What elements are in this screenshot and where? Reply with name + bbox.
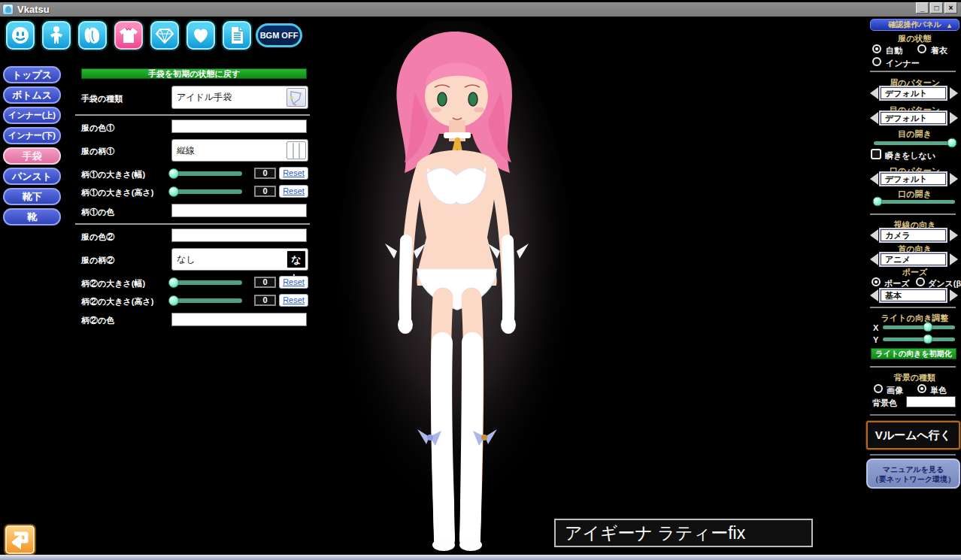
no-blink-label: 瞬きをしない [885,150,935,162]
slider-knob[interactable] [947,138,956,148]
cloth-state-label: 服の状態 [870,33,959,44]
divider [75,223,310,225]
eye-pattern-selector[interactable]: デフォルト [881,112,946,124]
pattern2-height-slider[interactable] [171,295,242,305]
clothes-icon [118,25,139,46]
radio-bg-solid[interactable] [917,384,926,393]
pose-next-arrow-icon[interactable] [950,289,958,301]
slider-knob[interactable] [168,295,179,306]
no-blink-checkbox[interactable] [871,149,881,159]
gaze-prev-arrow-icon[interactable] [870,229,878,241]
back-button[interactable] [4,524,36,555]
slider-knob[interactable] [873,197,883,207]
go-to-vroom-button[interactable]: Vルームへ行く [866,421,960,450]
tab-face[interactable] [6,21,35,50]
cloth-pattern1-dropdown[interactable]: 縦線 [171,139,308,162]
brow-prev-arrow-icon[interactable] [870,87,878,99]
slider-knob[interactable] [168,277,179,288]
mouth-open-slider[interactable] [874,197,955,206]
eye-open-slider[interactable] [874,138,955,147]
background-type-label: 背景の種類 [870,372,959,383]
radio-cloth-auto[interactable] [872,44,881,53]
pose-label: ポーズ [870,267,959,278]
neck-prev-arrow-icon[interactable] [870,253,878,265]
brow-next-arrow-icon[interactable] [950,87,958,99]
collapse-icon[interactable]: ▲ [946,20,953,31]
mouth-pattern-selector[interactable]: デフォルト [881,173,946,185]
gaze-next-arrow-icon[interactable] [950,229,958,241]
slider-knob[interactable] [168,168,179,179]
neck-direction-selector[interactable]: アニメ [881,253,946,265]
sidebar-item-pantyhose[interactable]: パンスト [3,168,61,185]
confirm-panel-header[interactable]: 確認操作パネル ▲ [870,19,959,31]
character-name-display: アイギーナ ラティーfix [554,519,813,547]
slider-knob[interactable] [923,322,932,332]
glove-type-dropdown[interactable]: アイドル手袋 [171,86,308,109]
tab-accessory[interactable] [150,21,179,50]
mouth-prev-arrow-icon[interactable] [870,173,878,185]
light-reset-button[interactable]: ライトの向きを初期化 [871,348,956,359]
heart-icon [190,25,211,46]
minimize-button[interactable]: _ [916,2,929,14]
pattern2-height-reset[interactable]: Reset [279,294,308,307]
pose-selector[interactable]: 基本 [881,289,946,301]
eye-next-arrow-icon[interactable] [950,112,958,124]
slider-knob[interactable] [168,186,179,197]
slider-track [874,141,955,145]
sidebar-item-inner-bottom[interactable]: インナー(下) [3,127,61,144]
gaze-direction-selector[interactable]: カメラ [881,229,946,241]
pattern1-height-slider[interactable] [171,186,242,196]
mouth-next-arrow-icon[interactable] [950,173,958,185]
pattern2-width-slider[interactable] [171,277,242,287]
radio-pose[interactable] [872,277,881,286]
neck-next-arrow-icon[interactable] [950,253,958,265]
pose-prev-arrow-icon[interactable] [870,289,878,301]
bgm-toggle-button[interactable]: BGM OFF [256,23,302,47]
cloth-color1-swatch[interactable] [171,120,307,133]
radio-cloth-dressed-label: 着衣 [931,45,947,56]
eye-prev-arrow-icon[interactable] [870,112,878,124]
cloth-color2-swatch[interactable] [171,229,307,242]
pattern2-width-reset[interactable]: Reset [279,276,308,289]
sidebar-item-shoes[interactable]: 靴 [3,208,61,226]
light-y-slider[interactable] [883,334,955,344]
view-manual-button[interactable]: マニュアルを見る （要ネットワーク環境） [866,459,960,489]
tab-body[interactable] [42,21,71,50]
radio-dance[interactable] [916,277,925,286]
slider-track [171,298,242,303]
radio-cloth-dressed[interactable] [917,44,926,53]
character-viewport[interactable] [316,18,857,553]
sidebar-item-bottoms[interactable]: ボトムス [3,86,61,104]
tab-notes[interactable] [223,21,251,50]
sidebar-item-gloves[interactable]: 手袋 [3,147,61,165]
sidebar-item-socks[interactable]: 靴下 [3,188,61,205]
cloth-pattern1-value: 縦線 [177,144,195,157]
sidebar-item-inner-top[interactable]: インナー(上) [3,107,61,124]
pattern1-width-slider[interactable] [171,168,242,178]
pattern1-width-reset[interactable]: Reset [279,167,308,180]
cloth-pattern2-dropdown[interactable]: なし なし [171,248,308,271]
radio-cloth-inner[interactable] [872,57,881,66]
cloth-pattern2-value: なし [177,253,196,266]
close-button[interactable]: × [944,2,957,14]
pattern1-height-reset[interactable]: Reset [279,185,308,198]
radio-bg-solid-label: 単色 [930,385,947,396]
radio-bg-image[interactable] [874,384,883,393]
pattern1-height-label: 柄①の大きさ(高さ) [81,187,153,198]
pattern2-color-swatch[interactable] [171,313,307,326]
reset-gloves-button[interactable]: 手袋を初期の状態に戻す [81,68,307,79]
slider-track [171,171,242,176]
radio-cloth-auto-label: 自動 [886,45,902,56]
brow-pattern-selector[interactable]: デフォルト [881,87,946,99]
sidebar-item-tops[interactable]: トップス [3,66,61,83]
pattern1-color-swatch[interactable] [171,204,307,217]
maximize-button[interactable]: □ [930,2,943,14]
tab-hair[interactable] [78,21,107,50]
title-bar: Vkatsu [0,2,961,17]
tab-favorite[interactable] [186,21,215,50]
slider-knob[interactable] [923,334,932,344]
glove-type-thumbnail [286,88,306,107]
tab-clothes[interactable] [114,21,143,50]
light-x-slider[interactable] [883,322,955,331]
background-color-swatch[interactable] [906,396,956,407]
